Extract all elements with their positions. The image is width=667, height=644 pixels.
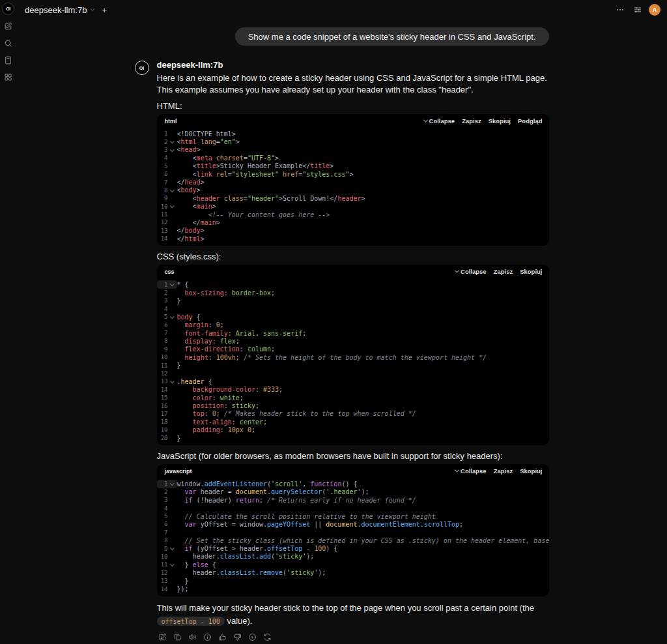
- code-line: 13.header {: [157, 377, 549, 385]
- code-line: 12 </main>: [157, 218, 549, 226]
- fold-toggle-icon[interactable]: [168, 561, 177, 568]
- more-button[interactable]: [614, 3, 627, 16]
- code-line: 11}: [157, 361, 549, 369]
- code-line: 5 <title>Sticky Header Example</title>: [157, 162, 549, 170]
- fold-spacer: [168, 488, 177, 496]
- fold-toggle-icon[interactable]: [168, 146, 177, 154]
- edit-icon[interactable]: [157, 632, 169, 643]
- fold-toggle-icon[interactable]: [168, 313, 177, 321]
- fold-spacer: [168, 170, 177, 178]
- code-line: 6 var yOffset = window.pageYOffset || do…: [157, 520, 549, 528]
- assistant-content: deepseek-llm:7b Here is an example of ho…: [157, 60, 549, 643]
- fold-toggle-icon[interactable]: [168, 377, 177, 385]
- line-gutter: 18: [157, 418, 177, 426]
- code-block-buttons: CollapseZapiszSkopiujPodgląd: [424, 117, 543, 124]
- line-number: 9: [157, 195, 168, 201]
- code-line: 10 header.classList.add('sticky');: [157, 553, 549, 561]
- line-gutter: 10: [157, 553, 177, 561]
- code-text: header.classList.add('sticky');: [177, 553, 315, 560]
- copy-button[interactable]: Skopiuj: [520, 268, 542, 275]
- fold-toggle-icon[interactable]: [168, 480, 177, 488]
- code-language-label: javascript: [165, 468, 192, 475]
- collapse-button[interactable]: Collapse: [455, 467, 487, 475]
- chat-column: Show me a code snippet of a website's st…: [128, 27, 556, 643]
- save-button[interactable]: Zapisz: [494, 467, 513, 475]
- save-button[interactable]: Zapisz: [462, 117, 481, 124]
- fold-toggle-icon[interactable]: [168, 138, 177, 145]
- app: OI deepseek-llm:7b + A Show me a code sn…: [0, 0, 667, 644]
- line-number: 14: [157, 387, 168, 393]
- code-line: 2<html lang="en">: [157, 138, 549, 145]
- fold-spacer: [168, 297, 177, 304]
- line-number: 7: [157, 529, 168, 536]
- controls-button[interactable]: [631, 3, 644, 16]
- fold-spacer: [168, 386, 177, 394]
- code-text: <html lang="en">: [177, 138, 240, 145]
- code-text: </body>: [177, 227, 205, 234]
- collapse-chevron-icon: [455, 269, 459, 273]
- code-text: color: white;: [177, 394, 244, 402]
- button-label: Skopiuj: [520, 268, 542, 275]
- fold-toggle-icon[interactable]: [168, 544, 177, 552]
- line-gutter: 14: [157, 235, 177, 242]
- line-gutter: 12: [157, 218, 177, 226]
- fold-toggle-icon[interactable]: [168, 203, 177, 211]
- code-line: 4: [157, 305, 549, 313]
- code-text: </head>: [177, 179, 205, 186]
- copy-button[interactable]: Skopiuj: [520, 467, 542, 475]
- button-label: Zapisz: [462, 117, 481, 124]
- code-line: 5 // Calculate the scroll position relat…: [157, 512, 549, 520]
- search-icon[interactable]: [3, 37, 14, 49]
- section-label: CSS (styles.css):: [157, 252, 549, 261]
- line-gutter: 12: [157, 569, 177, 577]
- copy-icon[interactable]: [172, 632, 184, 643]
- preview-button[interactable]: Podgląd: [518, 117, 542, 124]
- line-gutter: 2: [157, 488, 177, 496]
- save-button[interactable]: Zapisz: [494, 268, 513, 275]
- copy-button[interactable]: Skopiuj: [489, 117, 511, 124]
- info-icon[interactable]: [202, 632, 214, 643]
- new-chat-icon[interactable]: [3, 20, 14, 32]
- fold-spacer: [168, 130, 177, 138]
- fold-toggle-icon[interactable]: [168, 280, 177, 288]
- line-gutter: 13: [157, 377, 177, 385]
- line-gutter: 4: [157, 305, 177, 313]
- app-logo[interactable]: OI: [2, 3, 14, 15]
- collapse-button[interactable]: Collapse: [455, 268, 487, 275]
- code-text: height: 100vh; /* Sets the height of the…: [177, 354, 487, 361]
- regenerate-icon[interactable]: [262, 632, 274, 643]
- collapse-button[interactable]: Collapse: [424, 117, 455, 124]
- line-gutter: 11: [157, 211, 177, 218]
- line-gutter: 9: [157, 194, 177, 202]
- line-number: 11: [157, 211, 168, 218]
- sidebar-icons: [3, 15, 14, 83]
- message-actions: [157, 632, 549, 643]
- code-line: 19 padding: 10px 0;: [157, 426, 549, 434]
- code-text: text-align: center;: [177, 418, 268, 426]
- code-text: header.classList.remove('sticky');: [177, 569, 326, 576]
- line-number: 6: [157, 322, 168, 329]
- fold-spacer: [168, 154, 177, 162]
- code-text: <header class="header">Scroll Down!</hea…: [177, 195, 365, 202]
- continue-icon[interactable]: [247, 632, 259, 643]
- thumbs-up-icon[interactable]: [217, 632, 229, 643]
- model-selector[interactable]: deepseek-llm:7b: [25, 5, 96, 15]
- fold-spacer: [168, 529, 177, 536]
- read-aloud-icon[interactable]: [187, 632, 199, 643]
- user-avatar[interactable]: A: [649, 4, 660, 16]
- workspace-icon[interactable]: [3, 71, 14, 83]
- fold-spacer: [168, 370, 177, 377]
- new-chat-button[interactable]: +: [100, 6, 108, 14]
- line-number: 17: [157, 411, 168, 417]
- button-label: Podgląd: [518, 117, 542, 124]
- code-line: 11 <!-- Your content goes here -->: [157, 211, 549, 218]
- code-text: </html>: [177, 235, 205, 242]
- code-text: }: [177, 362, 181, 369]
- code-line: 9 <header class="header">Scroll Down!</h…: [157, 194, 549, 202]
- fold-toggle-icon[interactable]: [168, 186, 177, 194]
- chat-area: Show me a code snippet of a website's st…: [16, 20, 667, 644]
- line-gutter: 6: [157, 321, 177, 329]
- thumbs-down-icon[interactable]: [232, 632, 244, 643]
- notes-icon[interactable]: [3, 54, 14, 66]
- code-line: 2 var header = document.querySelector('.…: [157, 488, 549, 496]
